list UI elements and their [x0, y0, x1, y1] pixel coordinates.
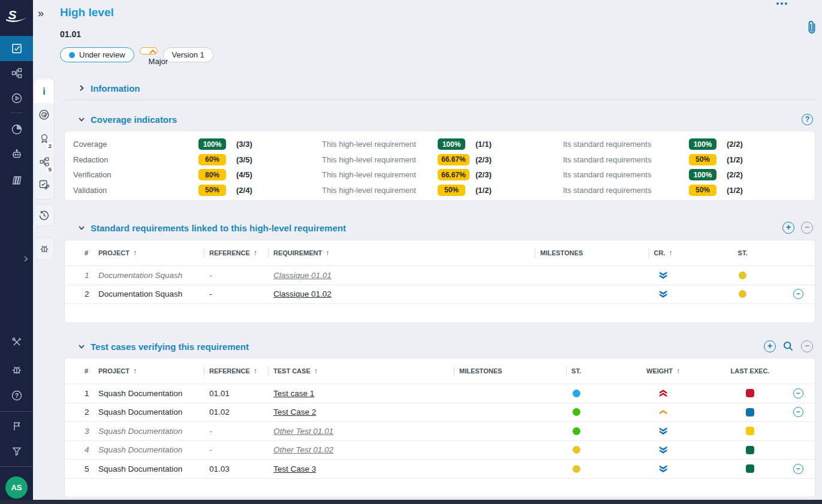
- dot-icon: [781, 2, 783, 5]
- fraction-value: (3/3): [232, 140, 322, 149]
- chevron-down-icon[interactable]: [77, 115, 86, 123]
- last-exec-status: [746, 464, 754, 473]
- column-header-milestones[interactable]: MILESTONES: [540, 249, 621, 256]
- column-header-reference[interactable]: REFERENCE↑: [209, 367, 273, 375]
- sidebar-item-executions[interactable]: [0, 86, 33, 111]
- criticality-badge[interactable]: Major: [140, 47, 158, 55]
- requirement-link[interactable]: Classique 01.01: [273, 271, 540, 280]
- project-cell: Squash Documentation: [98, 464, 209, 473]
- more-menu-button[interactable]: [776, 2, 787, 5]
- paperclip-icon: [805, 20, 818, 36]
- search-test-cases-button[interactable]: [782, 340, 794, 352]
- chevron-right-icon[interactable]: [77, 84, 86, 92]
- sidebar-item-filter[interactable]: [0, 439, 33, 464]
- information-section-title[interactable]: Information: [91, 83, 140, 93]
- test-cases-panel: # PROJECT↑ REFERENCE↑ TEST CASE↑ MILESTO…: [64, 358, 815, 497]
- weight-low-icon: [660, 465, 667, 472]
- column-header-weight[interactable]: WEIGHT↑: [646, 367, 680, 375]
- tab-linked-requirements-anchor[interactable]: 5: [34, 150, 54, 173]
- chevron-down-icon[interactable]: [77, 224, 86, 232]
- standard-requirements-panel: # PROJECT↑ REFERENCE↑ REQUIREMENT↑ MILES…: [64, 240, 815, 323]
- sidebar-item-test-cases[interactable]: [0, 61, 33, 86]
- fraction-value: (1/1): [471, 140, 563, 149]
- search-icon: [782, 340, 794, 352]
- test-case-link[interactable]: Test Case 2: [273, 408, 459, 417]
- test-cases-section-title[interactable]: Test cases verifying this requirement: [91, 342, 249, 352]
- column-header-status[interactable]: ST.: [738, 249, 748, 256]
- sort-asc-icon: ↑: [133, 367, 137, 375]
- reference-cell: -: [209, 427, 273, 436]
- unlink-row-button[interactable]: −: [793, 388, 803, 399]
- column-header-project[interactable]: PROJECT↑: [98, 367, 209, 375]
- column-header-test-case[interactable]: TEST CASE↑: [273, 367, 459, 375]
- percent-badge: 66.67%: [438, 169, 469, 180]
- add-linked-requirement-button[interactable]: +: [782, 222, 794, 234]
- status-badge[interactable]: Under review: [60, 47, 134, 62]
- sidebar-item-administration[interactable]: [0, 330, 33, 355]
- requirement-link[interactable]: Classique 01.02: [273, 289, 540, 298]
- unlink-row-button[interactable]: −: [793, 464, 803, 474]
- percent-badge: 50%: [198, 185, 226, 196]
- percent-badge: 100%: [198, 138, 226, 150]
- add-test-case-button[interactable]: +: [764, 340, 776, 352]
- test-case-link[interactable]: Test Case 3: [273, 464, 459, 473]
- version-badge[interactable]: Version 1: [163, 47, 213, 62]
- status-dot: [739, 271, 746, 279]
- column-header-reference[interactable]: REFERENCE↑: [209, 249, 273, 257]
- column-header-criticality[interactable]: CR.↑: [654, 249, 673, 257]
- sidebar-expand-button[interactable]: [21, 254, 31, 266]
- collapse-tree-button[interactable]: »: [38, 7, 44, 20]
- column-header-project[interactable]: PROJECT↑: [98, 249, 209, 257]
- column-header-last-exec[interactable]: LAST EXEC.: [731, 367, 770, 375]
- tab-coverage-anchor[interactable]: [34, 103, 54, 126]
- coverage-help-button[interactable]: ?: [802, 114, 813, 125]
- sidebar-item-reporting[interactable]: [0, 117, 33, 142]
- column-header-status[interactable]: ST.: [571, 367, 581, 375]
- row-number: 1: [65, 271, 98, 280]
- tab-history-anchor[interactable]: [34, 207, 54, 224]
- criticality-minor-icon: [660, 271, 667, 279]
- section-standard-requirements: Standard requirements linked to this hig…: [64, 217, 815, 239]
- project-cell: Documentation Squash: [98, 271, 209, 280]
- user-avatar[interactable]: AS: [5, 476, 28, 499]
- row-number: 3: [65, 427, 98, 436]
- row-number: 2: [65, 408, 98, 417]
- tab-issues-anchor[interactable]: [34, 240, 54, 257]
- sidebar-item-milestones[interactable]: [0, 414, 33, 439]
- tab-information-anchor[interactable]: i: [34, 80, 54, 103]
- fraction-value: (4/5): [232, 170, 322, 179]
- sidebar-item-bugtracker[interactable]: [0, 357, 33, 382]
- unlink-requirement-button[interactable]: −: [801, 222, 813, 234]
- test-case-link[interactable]: Other Test 01.02: [273, 445, 459, 454]
- test-case-link[interactable]: Other Test 01.01: [273, 427, 459, 436]
- attachments-button[interactable]: [805, 20, 818, 38]
- svg-text:?: ?: [14, 392, 18, 399]
- flag-icon: [11, 420, 23, 432]
- last-exec-status: [746, 446, 754, 454]
- sidebar-item-help[interactable]: ?: [0, 383, 33, 408]
- test-case-link[interactable]: Test case 1: [273, 389, 459, 398]
- coverage-section-title[interactable]: Coverage indicators: [91, 114, 177, 125]
- indicator-label: Verification: [73, 170, 198, 179]
- tab-milestones-anchor[interactable]: 2: [34, 126, 54, 150]
- table-row: 2 Documentation Squash - Classique 01.02…: [65, 285, 815, 304]
- unlink-row-button[interactable]: −: [793, 407, 803, 417]
- sidebar-item-requirements[interactable]: [0, 36, 33, 61]
- unlink-row-button[interactable]: −: [793, 289, 803, 299]
- info-icon: i: [43, 86, 45, 97]
- chevron-down-icon[interactable]: [77, 342, 86, 351]
- status-dot: [739, 290, 746, 298]
- criticality-badge-label: Major: [149, 57, 168, 66]
- column-label: REFERENCE: [209, 367, 250, 375]
- unlink-test-case-button[interactable]: −: [801, 340, 813, 352]
- tree-icon: [11, 67, 23, 79]
- squash-logo[interactable]: S: [0, 0, 33, 34]
- sidebar-item-library[interactable]: [0, 168, 33, 193]
- project-cell: Squash Documentation: [98, 427, 209, 436]
- sidebar-item-automation[interactable]: [0, 141, 33, 167]
- tab-verifying-test-cases-anchor[interactable]: [34, 173, 54, 197]
- column-header-milestones[interactable]: MILESTONES: [459, 367, 546, 375]
- percent-badge: 80%: [198, 169, 226, 180]
- standard-requirements-section-title[interactable]: Standard requirements linked to this hig…: [91, 223, 346, 233]
- column-header-requirement[interactable]: REQUIREMENT↑: [273, 249, 540, 257]
